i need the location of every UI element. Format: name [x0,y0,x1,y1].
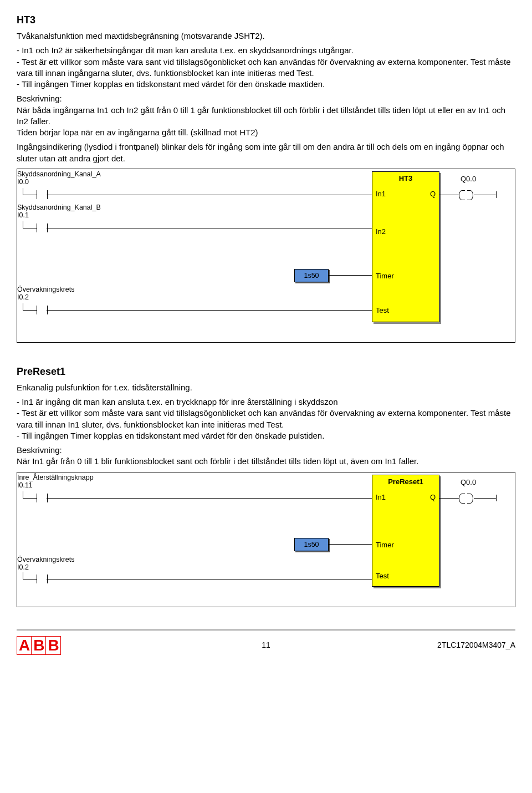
diagram-ht3: Skyddsanordning_Kanal_A I0.0 Skyddsanord… [17,169,515,343]
ht3-desc: Beskrivning: När båda ingångarna In1 och… [17,93,515,138]
contact-icon [37,190,48,199]
coil-icon [467,494,473,504]
ht3-output-label: Q0.0 [461,175,476,183]
page-footer: ABB 11 2TLC172004M3407_A [17,629,515,667]
coil-icon [459,190,465,200]
contact-icon [37,306,48,314]
contact-icon [37,575,48,583]
ht3-port-test: Test [376,306,389,314]
prereset-port-in1: In1 [376,493,386,501]
ht3-desc2: Ingångsindikering (lysdiod i frontpanel)… [17,141,515,164]
prereset-port-timer: Timer [376,541,394,549]
ht3-in2-addr: I0.1 [17,211,29,219]
ht3-in3-label: Övervakningskrets [17,286,75,293]
ht3-bullets: - In1 och In2 är säkerhetsingångar dit m… [17,45,515,90]
ht3-in2-label: Skyddsanordning_Kanal_B [17,204,101,211]
prereset-intro: Enkanalig pulsfunktion för t.ex. tidsåte… [17,382,515,393]
ht3-heading: HT3 [17,14,515,26]
coil-icon [459,494,465,504]
prereset-fb-title: PreReset1 [372,477,439,486]
ht3-port-in1: In1 [376,190,386,198]
prereset-function-block: PreReset1 In1 Q Timer Test [372,475,439,587]
prereset-output-label: Q0.0 [461,478,476,486]
document-id: 2TLC172004M3407_A [437,640,515,649]
ht3-function-block: HT3 In1 Q In2 Timer Test [372,171,439,322]
prereset-in1-addr: I0.11 [17,481,33,489]
diagram-prereset: Inre_Återställningsknapp I0.11 Övervakni… [17,472,515,607]
prereset-heading: PreReset1 [17,366,515,378]
prereset-desc: Beskrivning: När In1 går från 0 till 1 b… [17,445,515,467]
prereset-in2-addr: I0.2 [17,563,29,571]
prereset-in1-label: Inre_Återställningsknapp [17,474,94,481]
ht3-port-timer: Timer [376,272,394,280]
abb-logo: ABB [17,636,60,655]
ht3-port-in2: In2 [376,227,386,236]
contact-icon [37,494,48,502]
ht3-fb-title: HT3 [372,174,439,182]
ht3-in3-addr: I0.2 [17,293,29,301]
prereset-port-test: Test [376,572,389,580]
page-number: 11 [262,640,270,649]
ht3-intro: Tvåkanalsfunktion med maxtidsbegränsning… [17,30,515,42]
prereset-timer-value: 1s50 [294,538,329,551]
ht3-port-q: Q [430,190,436,198]
prereset-in2-label: Övervakningskrets [17,556,75,563]
ht3-in1-addr: I0.0 [17,178,29,186]
prereset-port-q: Q [430,493,436,501]
coil-icon [467,190,473,200]
contact-icon [37,223,48,232]
prereset-bullets: - In1 är ingång dit man kan ansluta t.ex… [17,396,515,441]
ht3-in1-label: Skyddsanordning_Kanal_A [17,170,101,178]
ht3-timer-value: 1s50 [294,269,329,282]
